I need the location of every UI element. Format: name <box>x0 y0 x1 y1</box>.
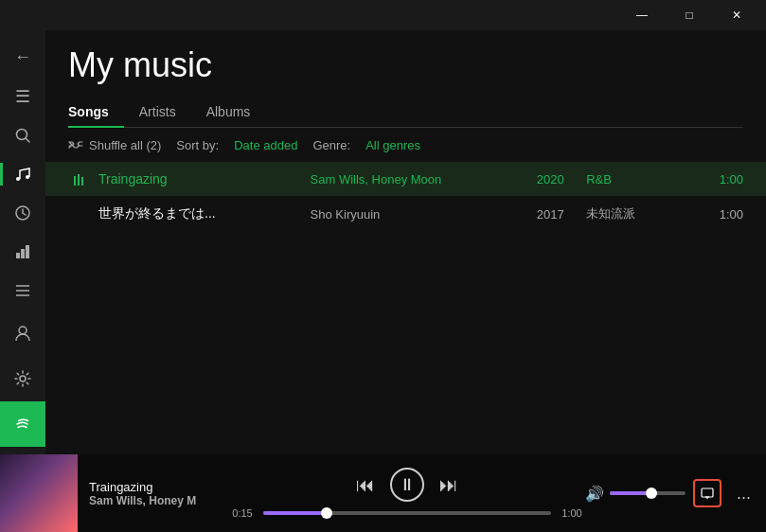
svg-point-3 <box>26 175 29 179</box>
table-row[interactable]: 世界が終るまでは... Sho Kiryuuin 2017 未知流派 1:00 <box>45 196 766 232</box>
svg-rect-6 <box>21 249 25 258</box>
svg-point-0 <box>17 129 27 139</box>
song-year: 2020 <box>522 172 579 186</box>
svg-rect-15 <box>78 174 80 186</box>
sidebar-item-search[interactable] <box>0 115 45 154</box>
sidebar-item-user[interactable] <box>0 310 45 356</box>
sidebar-item-menu[interactable]: ☰ <box>0 77 45 115</box>
svg-point-13 <box>13 415 32 434</box>
song-genre: 未知流派 <box>586 205 688 222</box>
next-button[interactable]: ⏭ <box>439 474 458 496</box>
shuffle-label: Shuffle all (2) <box>89 138 161 152</box>
tab-songs[interactable]: Songs <box>68 97 124 127</box>
table-row[interactable]: Traingazing Sam Wills, Honey Moon 2020 R… <box>45 162 766 196</box>
controls-bar: Shuffle all (2) Sort by: Date added Genr… <box>45 128 766 162</box>
song-genre: R&B <box>586 172 688 186</box>
song-artist: Sam Wills, Honey Moon <box>311 172 515 186</box>
sidebar-bottom <box>0 310 45 454</box>
title-bar-controls: — □ ✕ <box>620 0 758 30</box>
progress-fill <box>263 511 327 515</box>
app-body: ← ☰ <box>0 30 766 454</box>
svg-rect-7 <box>26 245 29 258</box>
player-info: Traingazing Sam Wills, Honey M <box>78 480 229 507</box>
sidebar-item-music[interactable] <box>0 154 45 193</box>
tabs: Songs Artists Albums <box>68 97 743 128</box>
player-song-title: Traingazing <box>89 480 218 494</box>
page-header: My music Songs Artists Albums <box>45 30 766 128</box>
current-time: 0:15 <box>229 507 256 519</box>
svg-rect-17 <box>702 488 713 497</box>
volume-area: 🔊 <box>585 485 686 503</box>
player-artist: Sam Wills, Honey M <box>89 494 218 507</box>
playing-indicator <box>68 172 91 186</box>
progress-thumb <box>321 507 332 519</box>
svg-rect-14 <box>74 176 76 186</box>
genre-value[interactable]: All genres <box>365 138 420 152</box>
sidebar: ← ☰ <box>0 30 45 454</box>
minimize-button[interactable]: — <box>620 0 664 30</box>
screen-button[interactable] <box>693 479 721 507</box>
page-title: My music <box>68 45 743 85</box>
progress-track[interactable] <box>263 511 551 515</box>
prev-button[interactable]: ⏮ <box>356 474 375 496</box>
player-buttons: ⏮ ⏸ ⏭ <box>356 468 458 502</box>
song-title: 世界が終るまでは... <box>98 205 303 222</box>
content-area: My music Songs Artists Albums Shuffle al… <box>45 30 766 454</box>
svg-line-1 <box>27 138 30 142</box>
maximize-button[interactable]: □ <box>668 0 711 30</box>
sidebar-item-settings[interactable] <box>0 356 45 401</box>
song-artist: Sho Kiryuuin <box>311 207 515 222</box>
song-duration: 1:00 <box>696 172 743 186</box>
svg-rect-5 <box>16 253 20 258</box>
sidebar-item-recent[interactable] <box>0 194 45 233</box>
svg-point-12 <box>20 376 26 381</box>
play-pause-button[interactable]: ⏸ <box>390 468 424 502</box>
sort-by-value[interactable]: Date added <box>234 138 297 152</box>
volume-icon[interactable]: 🔊 <box>585 485 604 503</box>
player-right: 🔊 ... <box>585 479 766 507</box>
tab-artists[interactable]: Artists <box>124 97 191 127</box>
player-progress: 0:15 1:00 <box>229 507 585 519</box>
tab-albums[interactable]: Albums <box>191 97 266 127</box>
play-pause-icon: ⏸ <box>399 475 416 495</box>
genre-label: Genre: <box>312 138 350 152</box>
sort-by-label: Sort by: <box>176 138 219 152</box>
player-controls: ⏮ ⏸ ⏭ 0:15 1:00 <box>229 468 585 519</box>
volume-track[interactable] <box>610 491 686 495</box>
svg-point-11 <box>19 327 27 334</box>
player-thumbnail <box>0 454 78 532</box>
song-duration: 1:00 <box>696 207 743 222</box>
volume-thumb <box>646 488 657 499</box>
spotify-button[interactable] <box>0 401 45 447</box>
sidebar-item-list[interactable] <box>0 272 45 310</box>
sidebar-item-chart[interactable] <box>0 233 45 272</box>
svg-rect-16 <box>81 177 83 186</box>
shuffle-button[interactable]: Shuffle all (2) <box>68 137 161 152</box>
song-title: Traingazing <box>98 171 303 186</box>
song-year: 2017 <box>522 207 579 222</box>
title-bar: — □ ✕ <box>0 0 766 30</box>
sidebar-item-back[interactable]: ← <box>0 38 45 77</box>
player-bar: Traingazing Sam Wills, Honey M ⏮ ⏸ ⏭ 0:1… <box>0 454 766 532</box>
more-button[interactable]: ... <box>729 480 758 507</box>
svg-point-2 <box>16 177 20 181</box>
total-time: 1:00 <box>559 507 585 519</box>
close-button[interactable]: ✕ <box>715 0 758 30</box>
song-list: Traingazing Sam Wills, Honey Moon 2020 R… <box>45 162 766 454</box>
